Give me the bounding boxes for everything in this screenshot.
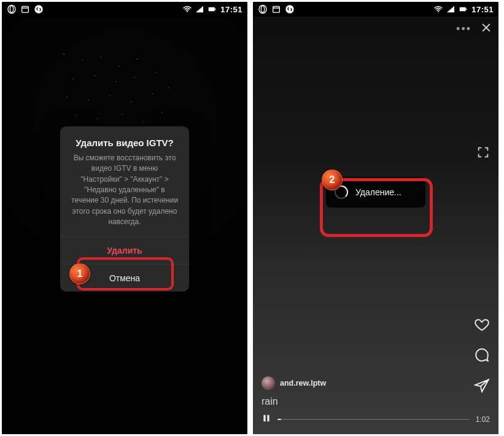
like-icon[interactable] [474,316,490,335]
svg-rect-19 [267,415,269,422]
svg-point-1 [10,6,13,13]
annotation-marker: 2 [322,169,343,190]
svg-point-9 [261,6,264,13]
svg-rect-15 [466,9,467,10]
status-bar: 17:51 [2,2,247,17]
svg-rect-7 [215,9,215,10]
annotation-marker: 1 [69,263,90,284]
svg-rect-18 [263,415,265,422]
svg-point-12 [285,5,293,13]
shazam-icon [285,4,295,14]
status-bar: 17:51 [253,2,498,17]
clock: 17:51 [471,5,494,14]
share-icon[interactable] [474,378,490,396]
battery-icon [458,4,468,14]
dialog-title: Удалить видео IGTV? [60,126,189,152]
video-caption: rain [262,396,278,407]
shazam-icon [34,4,44,14]
progress-bar[interactable] [277,419,470,420]
delete-button[interactable]: Удалить [60,236,189,263]
fullscreen-icon[interactable] [476,146,490,162]
video-player[interactable] [253,17,498,434]
opera-icon [258,4,268,14]
duration: 1:02 [476,415,490,424]
wifi-icon [182,4,192,14]
svg-rect-2 [22,6,29,12]
signal-icon [446,4,456,14]
dialog-body: Вы сможете восстановить это видео IGTV в… [60,152,189,236]
username[interactable]: and.rew.lptw [280,379,326,387]
svg-point-4 [34,5,42,13]
opera-icon [7,4,17,14]
calendar-icon [271,4,281,14]
svg-rect-14 [460,7,466,12]
comment-icon[interactable] [474,347,490,365]
right-screenshot: 17:51 ••• Удаление... 2 and.rew.lptw rai… [253,2,498,434]
more-options-icon[interactable]: ••• [456,23,471,36]
svg-rect-6 [209,7,215,12]
clock: 17:51 [220,5,242,14]
svg-point-13 [438,11,439,12]
signal-icon [195,4,204,14]
close-icon[interactable] [480,21,492,36]
calendar-icon [20,4,30,14]
wifi-icon [433,4,443,14]
left-screenshot: 17:51 Удалить видео IGTV? Вы сможете вос… [2,2,247,434]
avatar[interactable] [262,376,275,390]
svg-rect-10 [273,6,280,12]
pause-icon[interactable] [262,413,271,426]
svg-point-5 [187,11,188,12]
battery-icon [207,4,217,14]
toast-text: Удаление... [355,187,401,197]
